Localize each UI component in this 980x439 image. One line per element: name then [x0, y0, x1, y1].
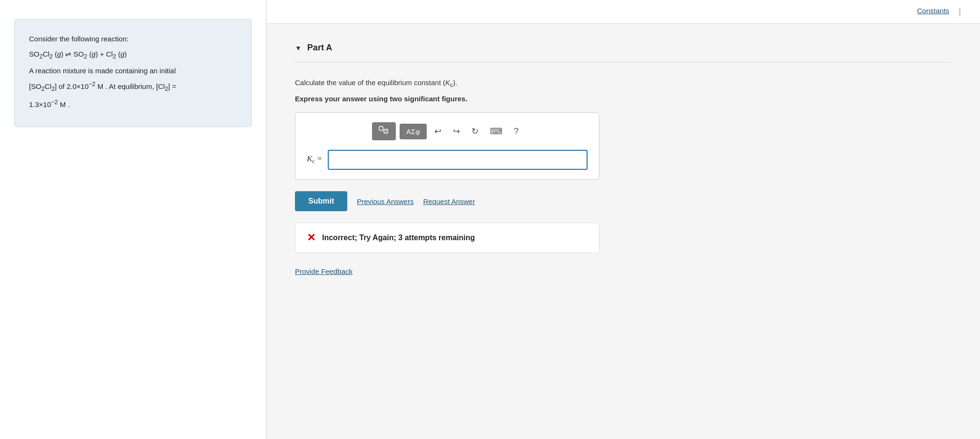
provide-feedback-link[interactable]: Provide Feedback — [295, 267, 353, 275]
help-icon: ? — [514, 127, 519, 136]
problem-body-3: 1.3×10−2 M . — [29, 98, 237, 111]
submit-button[interactable]: Submit — [295, 191, 347, 211]
error-icon: ✕ — [307, 232, 315, 244]
top-bar: Constants | — [266, 0, 980, 24]
redo-button[interactable]: ↪ — [449, 123, 464, 139]
refresh-button[interactable]: ↻ — [468, 123, 482, 139]
problem-box: Consider the following reaction: SO2Cl2 … — [14, 19, 252, 127]
collapse-arrow[interactable]: ▼ — [295, 44, 302, 52]
toolbar: √ ΑΣφ ↩ ↪ ↻ — [307, 122, 588, 140]
question-instruction: Express your answer using two significan… — [295, 95, 951, 103]
top-bar-links: Constants | — [917, 7, 961, 17]
svg-rect-0 — [379, 127, 383, 130]
undo-button[interactable]: ↩ — [431, 123, 445, 139]
right-panel: Constants | ▼ Part A Calculate the value… — [266, 0, 980, 439]
refresh-icon: ↻ — [471, 127, 479, 136]
problem-body-2: [SO2Cl2] of 2.0×10−2 M . At equilibrium,… — [29, 79, 237, 94]
kc-label: Kc = — [307, 154, 322, 165]
part-header: ▼ Part A — [295, 43, 951, 63]
content-area: ▼ Part A Calculate the value of the equi… — [266, 24, 980, 295]
question-text: Calculate the value of the equilibrium c… — [295, 77, 951, 90]
error-text: Incorrect; Try Again; 3 attempts remaini… — [322, 234, 475, 242]
previous-answers-link[interactable]: Previous Answers — [357, 197, 413, 205]
answer-input[interactable] — [328, 150, 588, 170]
undo-icon: ↩ — [434, 127, 441, 136]
request-answer-link[interactable]: Request Answer — [423, 197, 475, 205]
constants-link[interactable]: Constants — [917, 7, 950, 17]
matrix-icon: √ — [379, 126, 389, 137]
help-button[interactable]: ? — [510, 124, 522, 139]
problem-body-1: A reaction mixture is made containing an… — [29, 65, 237, 77]
part-title: Part A — [307, 43, 332, 53]
actions-row: Submit Previous Answers Request Answer — [295, 191, 951, 211]
left-panel: Consider the following reaction: SO2Cl2 … — [0, 0, 266, 439]
redo-icon: ↪ — [453, 127, 460, 136]
answer-row: Kc = — [307, 150, 588, 170]
greek-symbols-button[interactable]: ΑΣφ — [400, 124, 427, 139]
problem-intro: Consider the following reaction: — [29, 33, 237, 45]
matrix-radical-button[interactable]: √ — [372, 122, 396, 140]
error-box: ✕ Incorrect; Try Again; 3 attempts remai… — [295, 223, 599, 253]
keyboard-button[interactable]: ⌨ — [486, 123, 506, 139]
keyboard-icon: ⌨ — [490, 127, 502, 136]
reaction-equation: SO2Cl2 (g) ⇌ SO2 (g) + Cl2 (g) — [29, 48, 237, 62]
top-bar-separator: | — [959, 7, 961, 17]
answer-container: √ ΑΣφ ↩ ↪ ↻ — [295, 112, 599, 180]
greek-icon: ΑΣφ — [406, 127, 420, 136]
